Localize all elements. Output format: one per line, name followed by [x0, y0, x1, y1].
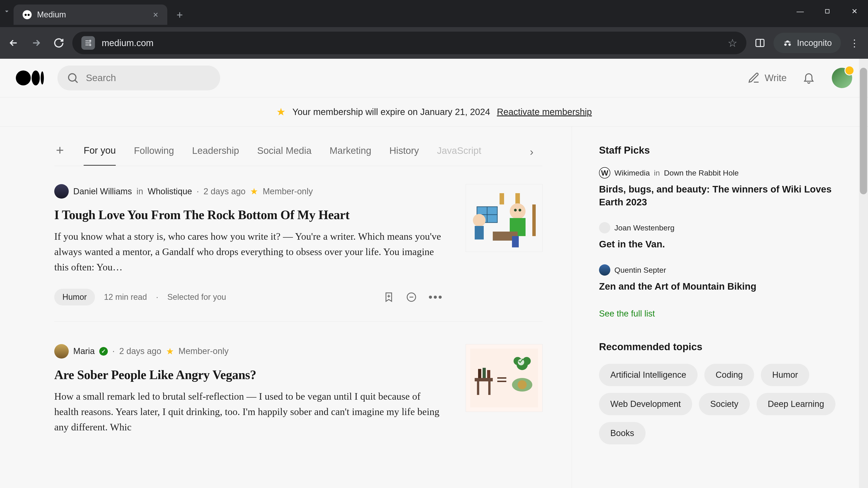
- tab-social-media[interactable]: Social Media: [257, 145, 311, 165]
- member-star-icon: [250, 187, 258, 195]
- topic-pill[interactable]: Society: [699, 393, 750, 415]
- tab-favicon: ●●: [23, 10, 32, 19]
- search-input[interactable]: [86, 72, 211, 84]
- topic-pill[interactable]: Humor: [761, 364, 809, 386]
- staff-pick-item[interactable]: Joan Westenberg Get in the Van.: [599, 222, 845, 251]
- member-star-icon: [166, 347, 174, 355]
- tab-history[interactable]: History: [390, 145, 419, 165]
- pick-publication[interactable]: Down the Rabbit Hole: [664, 168, 739, 177]
- author-name[interactable]: Daniel Williams: [73, 187, 132, 196]
- tab-search-dropdown[interactable]: [0, 4, 13, 18]
- topic-pill[interactable]: Coding: [704, 364, 754, 386]
- article-excerpt: How a small remark led to brutal self-re…: [54, 389, 443, 435]
- author-avatar[interactable]: [54, 184, 69, 199]
- pick-title[interactable]: Get in the Van.: [599, 238, 845, 251]
- publish-time: 2 days ago: [119, 346, 161, 356]
- tab-following[interactable]: Following: [134, 145, 174, 165]
- topic-tag[interactable]: Humor: [54, 289, 95, 305]
- tab-javascript[interactable]: JavaScript: [437, 145, 481, 165]
- tab-marketing[interactable]: Marketing: [330, 145, 371, 165]
- scrollbar[interactable]: [859, 59, 868, 488]
- back-button[interactable]: [4, 34, 23, 52]
- article-body: Maria ✓ · 2 days ago Member-only Are Sob…: [54, 344, 443, 435]
- pick-author[interactable]: Wikimedia: [614, 168, 650, 177]
- feed-column: For you Following Leadership Social Medi…: [0, 127, 572, 488]
- show-less-icon[interactable]: [406, 291, 417, 303]
- article-title[interactable]: I Tough Love You From The Rock Bottom Of…: [54, 207, 443, 222]
- author-avatar[interactable]: [54, 344, 69, 359]
- recommended-heading: Recommended topics: [599, 341, 845, 352]
- article-excerpt: If you know what a story is, who cares h…: [54, 229, 443, 275]
- bookmark-star-icon[interactable]: ☆: [727, 37, 737, 49]
- reactivate-link[interactable]: Reactivate membership: [497, 107, 592, 117]
- article-card[interactable]: Maria ✓ · 2 days ago Member-only Are Sob…: [54, 344, 542, 451]
- pick-author[interactable]: Joan Westenberg: [614, 223, 675, 232]
- star-icon: [276, 107, 286, 117]
- member-only-label: Member-only: [179, 346, 229, 356]
- pick-byline: W Wikimedia in Down the Rabbit Hole: [599, 167, 845, 178]
- search-box[interactable]: [57, 66, 220, 90]
- reload-button[interactable]: [50, 34, 68, 52]
- browser-tab-active[interactable]: ●● Medium ×: [13, 4, 167, 25]
- site-info-button[interactable]: [81, 36, 95, 50]
- pick-title[interactable]: Birds, bugs, and beauty: The winners of …: [599, 183, 845, 208]
- incognito-indicator[interactable]: Incognito: [774, 33, 841, 53]
- author-name[interactable]: Maria: [73, 346, 95, 356]
- write-button[interactable]: Write: [747, 72, 786, 84]
- side-panel-icon[interactable]: [751, 34, 769, 52]
- topic-pill[interactable]: Web Development: [599, 393, 692, 415]
- add-topic-button[interactable]: [54, 144, 66, 157]
- medium-logo[interactable]: [16, 70, 44, 86]
- topic-pill[interactable]: Books: [599, 422, 646, 445]
- search-icon: [66, 72, 79, 84]
- browser-menu-button[interactable]: ⋮: [845, 34, 864, 52]
- staff-pick-item[interactable]: Quentin Septer Zen and the Art of Mounta…: [599, 264, 845, 293]
- svg-rect-26: [532, 204, 536, 236]
- avatar[interactable]: [832, 68, 852, 88]
- svg-rect-31: [478, 369, 481, 378]
- article-title[interactable]: Are Sober People Like Angry Vegans?: [54, 367, 443, 382]
- banner-message: Your membership will expire on January 2…: [292, 107, 490, 117]
- tab-close-icon[interactable]: ×: [153, 10, 158, 20]
- pick-byline: Joan Westenberg: [599, 222, 845, 233]
- svg-rect-23: [512, 236, 519, 248]
- pick-byline: Quentin Septer: [599, 264, 845, 275]
- save-icon[interactable]: [383, 291, 395, 303]
- pick-title[interactable]: Zen and the Art of Mountain Biking: [599, 280, 845, 293]
- separator-dot: ·: [112, 346, 115, 356]
- notifications-button[interactable]: [802, 71, 816, 85]
- main-area: For you Following Leadership Social Medi…: [0, 127, 868, 488]
- address-bar[interactable]: medium.com ☆: [72, 32, 746, 54]
- svg-rect-28: [475, 378, 493, 381]
- pick-avatar[interactable]: [599, 264, 610, 275]
- svg-rect-29: [477, 381, 479, 395]
- pick-avatar[interactable]: [599, 222, 610, 233]
- forward-button[interactable]: [27, 34, 45, 52]
- svg-point-19: [514, 209, 517, 212]
- see-full-list-link[interactable]: See the full list: [599, 309, 655, 319]
- tab-title: Medium: [37, 10, 66, 20]
- more-options-icon[interactable]: •••: [428, 291, 443, 304]
- staff-pick-item[interactable]: W Wikimedia in Down the Rabbit Hole Bird…: [599, 167, 845, 208]
- scrollbar-thumb[interactable]: [860, 68, 867, 194]
- svg-point-1: [90, 40, 91, 41]
- tab-for-you[interactable]: For you: [84, 145, 116, 166]
- maximize-button[interactable]: [814, 4, 841, 18]
- topic-pill[interactable]: Deep Learning: [756, 393, 835, 415]
- article-thumbnail: [466, 184, 542, 252]
- pick-avatar[interactable]: W: [599, 167, 610, 178]
- svg-rect-32: [483, 368, 486, 378]
- pick-author[interactable]: Quentin Septer: [614, 266, 666, 274]
- close-window-button[interactable]: ✕: [841, 4, 868, 18]
- staff-picks-heading: Staff Picks: [599, 144, 845, 156]
- tabs-scroll-right[interactable]: ›: [530, 145, 533, 158]
- svg-point-39: [518, 359, 524, 365]
- article-card[interactable]: Daniel Williams in Wholistique · 2 days …: [54, 184, 542, 322]
- svg-point-5: [68, 74, 76, 81]
- topic-pill[interactable]: Artificial Intelligence: [599, 364, 698, 386]
- publication-name[interactable]: Wholistique: [148, 187, 192, 196]
- new-tab-button[interactable]: +: [172, 7, 188, 23]
- tab-leadership[interactable]: Leadership: [192, 145, 239, 165]
- svg-rect-13: [500, 193, 504, 204]
- minimize-button[interactable]: —: [786, 4, 814, 18]
